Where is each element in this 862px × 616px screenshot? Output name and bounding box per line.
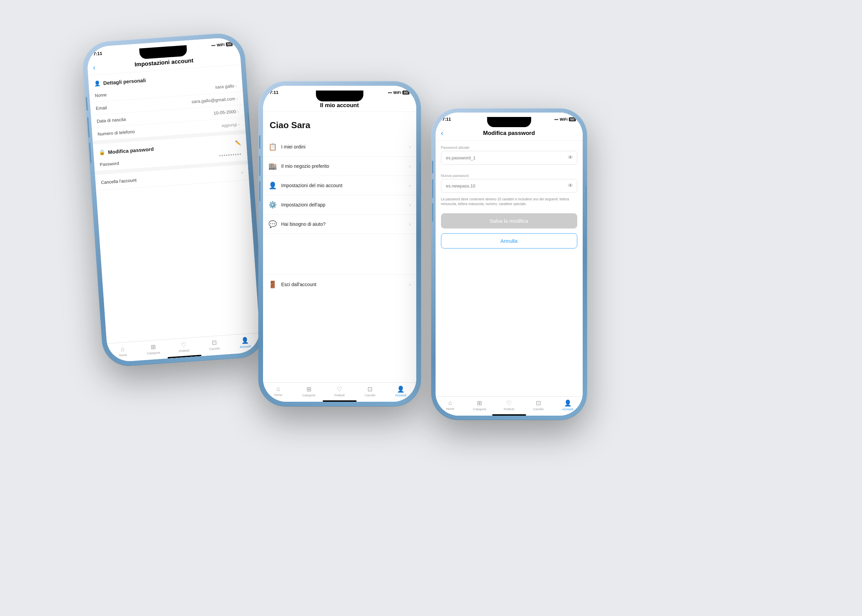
ordini-left: 📋 I miei ordini: [268, 143, 306, 151]
delete-chevron-icon: ›: [241, 169, 243, 175]
account-icon-3: 👤: [564, 399, 572, 407]
phone-1-screen: 7:11 ▪▪▪ WiFi 5G ‹ Impostazioni account: [86, 37, 261, 362]
ordini-label: I miei ordini: [281, 144, 306, 149]
impostazioni-app-chevron-icon: ›: [409, 202, 411, 207]
new-password-label: Nuova password: [436, 169, 583, 179]
password-label: Password: [99, 160, 119, 167]
phone-2-screen: 7:11 ▪▪▪ WiFi 5G Il mio account Ciao Sar…: [263, 86, 416, 402]
nav-account-phone3[interactable]: 👤 Account: [559, 399, 576, 411]
cancel-button[interactable]: Annulla: [441, 233, 577, 248]
dob-value: 10-05-2000 ›: [213, 108, 239, 115]
ordini-menu-item[interactable]: 📋 I miei ordini ›: [263, 137, 416, 157]
screen-body-phone3: Password attuale 👁 Nuova password 👁 La p…: [436, 141, 583, 396]
impostazioni-app-menu-item[interactable]: ⚙️ Impostazioni dell'app ›: [263, 195, 416, 215]
logout-row[interactable]: 🚪 Esci dall'account ›: [263, 275, 416, 294]
impostazioni-account-chevron-icon: ›: [409, 183, 411, 188]
nav-carrello-phone1[interactable]: ⊡ Carrello: [206, 338, 223, 350]
show-password-icon[interactable]: 👁: [568, 155, 573, 161]
password-section-title: Modifica password: [108, 146, 154, 155]
spacer: [263, 234, 416, 275]
carrello-icon-3: ⊡: [536, 399, 541, 407]
signal-icon: ▪▪▪: [211, 43, 215, 47]
nav-categorie-phone1[interactable]: ⊞ Categorie: [144, 343, 162, 355]
nav-carrello-phone3[interactable]: ⊡ Carrello: [530, 399, 547, 411]
negozio-menu-item[interactable]: 🏬 Il mio negozio preferito ›: [263, 157, 416, 176]
nav-preferiti-phone1[interactable]: ♡ Preferiti: [175, 340, 193, 353]
notch-3: [487, 117, 531, 127]
email-label: Email: [96, 105, 107, 111]
bottom-nav-phone3: ⌂ Home ⊞ Categorie ♡ Preferiti ⊡ Carrell…: [436, 396, 583, 413]
battery-icon: 5G: [226, 42, 233, 46]
nav-home-phone1[interactable]: ⌂ Home: [113, 345, 131, 357]
power-button-3: [585, 186, 586, 217]
save-button[interactable]: Salva la modifica: [441, 213, 577, 228]
new-password-field: 👁: [441, 179, 577, 193]
lock-icon: 🔒: [99, 149, 105, 155]
aiuto-menu-item[interactable]: 💬 Hai bisogno di aiuto? ›: [263, 215, 416, 234]
phone-2: 7:11 ▪▪▪ WiFi 5G Il mio account Ciao Sar…: [258, 81, 421, 407]
preferiti-icon-3: ♡: [506, 399, 512, 407]
nav-home-phone2[interactable]: ⌂ Home: [270, 385, 287, 397]
categorie-icon: ⊞: [150, 343, 155, 350]
back-button[interactable]: ‹: [93, 62, 104, 72]
signal-icon-2: ▪▪▪: [388, 91, 392, 94]
edit-password-button[interactable]: ✏️: [235, 140, 241, 145]
carrello-icon: ⊡: [211, 339, 217, 346]
nav-preferiti-phone3[interactable]: ♡ Preferiti: [500, 399, 517, 411]
screen-body-phone2: Ciao Sara 📋 I miei ordini › 🏬 Il mio neg…: [263, 112, 416, 382]
logout-chevron-icon: ›: [409, 282, 411, 287]
greeting: Ciao Sara: [263, 112, 416, 137]
volume-up-button-3: [432, 161, 433, 174]
password-hint: La password deve contenere almeno 10 car…: [436, 197, 583, 211]
phone-value: aggiungi ›: [221, 122, 240, 128]
impostazioni-account-menu-item[interactable]: 👤 Impostazioni del mio account ›: [263, 176, 416, 195]
show-new-password-icon[interactable]: 👁: [568, 183, 573, 189]
home-indicator-2: [323, 401, 356, 402]
page-title-phone3: Modifica password: [451, 130, 567, 137]
impostazioni-app-left: ⚙️ Impostazioni dell'app: [268, 201, 325, 209]
new-password-input[interactable]: [441, 179, 577, 193]
dob-label: Data di nascita: [96, 116, 126, 124]
volume-down-button: [87, 117, 89, 137]
nav-preferiti-phone2[interactable]: ♡ Preferiti: [331, 385, 348, 397]
account-icon: 👤: [241, 336, 248, 344]
negozio-left: 🏬 Il mio negozio preferito: [268, 162, 330, 170]
aiuto-chevron-icon: ›: [409, 222, 411, 227]
phone-3-screen: 7:11 ▪▪▪ WiFi 5G ‹ Modifica password Pas…: [436, 113, 583, 416]
status-icons-3: ▪▪▪ WiFi 5G: [554, 117, 576, 121]
categorie-icon-3: ⊞: [477, 399, 482, 407]
nav-account-phone1[interactable]: 👤 Account: [236, 336, 254, 349]
status-time: 7:11: [93, 50, 102, 56]
categorie-icon-2: ⊞: [306, 385, 311, 393]
wifi-icon: WiFi: [216, 42, 225, 47]
current-password-input[interactable]: [441, 151, 577, 165]
power-button-2: [419, 162, 420, 196]
home-icon: ⌂: [120, 345, 124, 353]
nav-account-phone2[interactable]: 👤 Account: [392, 385, 409, 397]
home-icon-2: ⌂: [276, 385, 280, 393]
back-button-3[interactable]: ‹: [441, 129, 451, 138]
notch-2: [316, 91, 363, 101]
page-title-phone2: Il mio account: [279, 102, 401, 109]
preferiti-icon-2: ♡: [337, 385, 342, 393]
person-icon: 👤: [94, 80, 100, 86]
nav-carrello-phone2[interactable]: ⊡ Carrello: [362, 385, 378, 397]
negozio-label: Il mio negozio preferito: [281, 163, 330, 169]
phone-3: 7:11 ▪▪▪ WiFi 5G ‹ Modifica password Pas…: [431, 108, 587, 420]
scene: 7:11 ▪▪▪ WiFi 5G ‹ Impostazioni account: [58, 20, 804, 596]
logout-label: Esci dall'account: [281, 282, 317, 287]
nav-categorie-phone3[interactable]: ⊞ Categorie: [471, 399, 488, 411]
screen-body-phone1: 👤 Dettagli personali Nome sara gallo › E…: [88, 65, 259, 343]
account-icon-2: 👤: [397, 385, 404, 393]
status-time-2: 7:11: [270, 90, 279, 95]
volume-down-button-3: [432, 179, 433, 198]
impostazioni-account-icon: 👤: [268, 181, 277, 190]
wifi-icon-2: WiFi: [393, 91, 401, 94]
power-button: [247, 113, 251, 146]
silent-button: [88, 142, 91, 163]
phone-1: 7:11 ▪▪▪ WiFi 5G ‹ Impostazioni account: [81, 31, 266, 368]
nav-home-phone3[interactable]: ⌂ Home: [442, 399, 458, 410]
nav-bar-phone3: ‹ Modifica password: [436, 126, 583, 141]
nav-categorie-phone2[interactable]: ⊞ Categorie: [300, 385, 317, 397]
ordini-chevron-icon: ›: [409, 144, 411, 149]
